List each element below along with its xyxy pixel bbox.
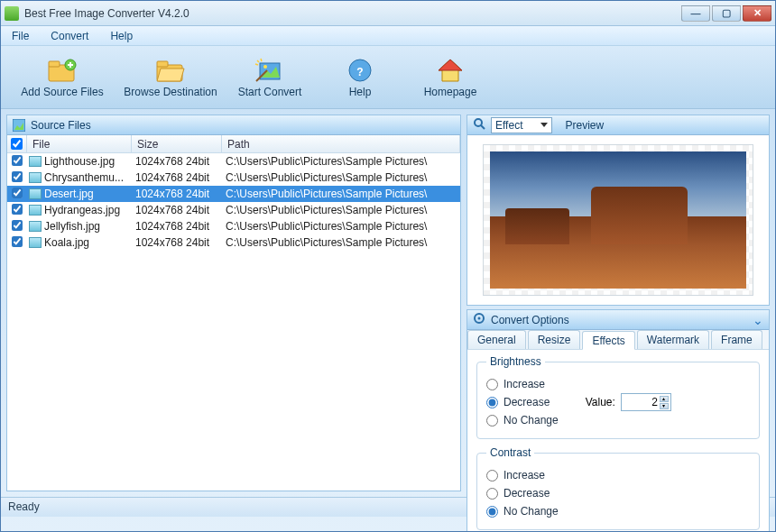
file-size: 1024x768 24bit — [132, 220, 222, 233]
tab-resize[interactable]: Resize — [528, 330, 581, 349]
preview-label: Preview — [565, 119, 604, 132]
col-path[interactable]: Path — [222, 135, 460, 152]
title-bar: Best Free Image Converter V4.2.0 — ▢ ✕ — [1, 1, 775, 26]
toolbar-label: Browse Destination — [124, 86, 217, 98]
help-button[interactable]: ? Help — [315, 57, 405, 98]
toolbar-label: Add Source Files — [21, 86, 103, 98]
file-path: C:\Users\Public\Pictures\Sample Pictures… — [222, 236, 460, 249]
file-icon — [29, 188, 42, 199]
brightness-group: Brightness Increase Decrease No Change V… — [476, 355, 760, 439]
source-files-panel: Source Files File Size Path Lighthouse.j… — [6, 115, 461, 491]
brightness-legend: Brightness — [486, 355, 545, 368]
brightness-increase-radio[interactable] — [486, 379, 498, 390]
file-path: C:\Users\Public\Pictures\Sample Pictures… — [222, 171, 460, 184]
convert-wand-icon — [254, 57, 285, 84]
spinner-up-icon[interactable]: ▴ — [660, 396, 669, 402]
svg-rect-4 — [157, 61, 168, 67]
file-size: 1024x768 24bit — [132, 204, 222, 216]
file-path: C:\Users\Public\Pictures\Sample Pictures… — [222, 155, 460, 168]
row-checkbox[interactable] — [12, 171, 23, 182]
select-all-checkbox[interactable] — [11, 138, 23, 150]
status-text: Ready — [8, 500, 40, 513]
value-label: Value: — [586, 396, 615, 408]
file-path: C:\Users\Public\Pictures\Sample Pictures… — [222, 220, 460, 233]
home-icon — [435, 57, 466, 84]
table-row[interactable]: Koala.jpg1024x768 24bitC:\Users\Public\P… — [7, 234, 460, 251]
brightness-value: 2 — [651, 396, 658, 408]
row-checkbox[interactable] — [12, 188, 23, 198]
file-list[interactable]: Lighthouse.jpg1024x768 24bitC:\Users\Pub… — [7, 153, 460, 251]
app-icon — [5, 6, 19, 21]
add-source-files-button[interactable]: Add Source Files — [8, 57, 116, 98]
contrast-decrease-radio[interactable] — [486, 488, 498, 500]
collapse-icon[interactable]: ⌄ — [753, 313, 763, 327]
brightness-nochange-radio[interactable] — [486, 415, 498, 427]
homepage-button[interactable]: Homepage — [405, 57, 495, 98]
contrast-increase-radio[interactable] — [486, 470, 498, 482]
row-checkbox[interactable] — [12, 204, 23, 215]
help-icon: ? — [345, 57, 375, 84]
effect-label: Effect — [495, 119, 522, 132]
svg-point-11 — [475, 119, 482, 126]
tab-watermark[interactable]: Watermark — [637, 330, 709, 349]
col-size[interactable]: Size — [132, 135, 222, 152]
file-name: Hydrangeas.jpg — [44, 204, 120, 216]
preview-panel: Effect Preview — [467, 115, 770, 306]
file-name: Jellyfish.jpg — [44, 220, 100, 233]
spinner-down-icon[interactable]: ▾ — [660, 403, 669, 409]
menu-convert[interactable]: Convert — [51, 30, 88, 42]
options-tabs: General Resize Effects Watermark Frame — [467, 330, 769, 350]
row-checkbox[interactable] — [12, 220, 23, 231]
minimize-button[interactable]: — — [681, 5, 710, 22]
file-name: Chrysanthemu... — [44, 171, 124, 184]
file-size: 1024x768 24bit — [132, 171, 222, 184]
panel-title: Source Files — [31, 119, 91, 132]
file-size: 1024x768 24bit — [132, 155, 222, 168]
table-row[interactable]: Lighthouse.jpg1024x768 24bitC:\Users\Pub… — [7, 153, 460, 170]
col-file[interactable]: File — [27, 135, 132, 152]
table-row[interactable]: Hydrangeas.jpg1024x768 24bitC:\Users\Pub… — [7, 202, 460, 218]
effect-dropdown[interactable]: Effect — [491, 117, 552, 133]
column-header-row: File Size Path — [7, 135, 460, 153]
contrast-nochange-radio[interactable] — [486, 506, 498, 518]
brightness-value-spinner[interactable]: 2 ▴▾ — [621, 393, 671, 411]
toolbar-label: Help — [349, 86, 372, 98]
svg-line-12 — [481, 125, 485, 129]
file-icon — [29, 205, 42, 216]
file-size: 1024x768 24bit — [132, 188, 222, 200]
browse-destination-button[interactable]: Browse Destination — [116, 57, 225, 98]
panel-title: Convert Options — [491, 314, 569, 326]
file-icon — [29, 172, 42, 183]
table-row[interactable]: Chrysanthemu...1024x768 24bitC:\Users\Pu… — [7, 170, 460, 186]
maximize-button[interactable]: ▢ — [712, 5, 741, 22]
row-checkbox[interactable] — [12, 236, 23, 247]
file-path: C:\Users\Public\Pictures\Sample Pictures… — [222, 188, 460, 200]
tab-effects[interactable]: Effects — [582, 331, 634, 350]
start-convert-button[interactable]: Start Convert — [225, 57, 315, 98]
toolbar-label: Start Convert — [238, 86, 302, 98]
tab-general[interactable]: General — [467, 330, 526, 349]
table-row[interactable]: Desert.jpg1024x768 24bitC:\Users\Public\… — [7, 186, 460, 202]
table-row[interactable]: Jellyfish.jpg1024x768 24bitC:\Users\Publ… — [7, 218, 460, 234]
window-title: Best Free Image Converter V4.2.0 — [24, 7, 189, 20]
file-path: C:\Users\Public\Pictures\Sample Pictures… — [222, 204, 460, 216]
toolbar-label: Homepage — [424, 86, 477, 98]
row-checkbox[interactable] — [12, 155, 23, 166]
convert-options-panel: Convert Options ⌄ General Resize Effects… — [467, 309, 770, 532]
brightness-decrease-radio[interactable] — [486, 397, 498, 408]
file-name: Desert.jpg — [44, 188, 94, 200]
magnifier-icon — [473, 117, 485, 133]
file-icon — [29, 156, 42, 167]
file-name: Koala.jpg — [44, 236, 89, 249]
menu-file[interactable]: File — [12, 30, 29, 42]
chevron-down-icon — [540, 123, 548, 127]
preview-image-area — [467, 135, 769, 305]
file-icon — [29, 221, 42, 232]
tab-frame[interactable]: Frame — [711, 330, 762, 349]
close-button[interactable]: ✕ — [743, 5, 771, 22]
file-icon — [29, 237, 42, 248]
menu-help[interactable]: Help — [110, 30, 133, 42]
svg-text:?: ? — [356, 66, 363, 78]
toolbar: Add Source Files Browse Destination Star… — [1, 46, 775, 109]
svg-point-14 — [478, 317, 481, 320]
